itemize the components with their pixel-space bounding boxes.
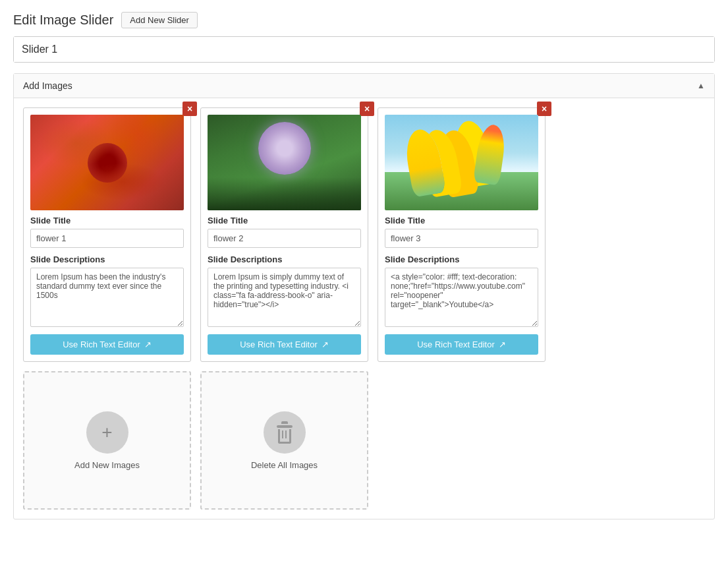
slide-delete-btn-2[interactable]: × xyxy=(360,102,374,116)
add-icon-circle: + xyxy=(86,411,128,454)
slide-delete-btn-3[interactable]: × xyxy=(537,102,551,116)
slide-title-label-2: Slide Title xyxy=(208,216,361,225)
slide-image-3 xyxy=(385,115,538,210)
add-images-header: Add Images ▲ xyxy=(14,74,714,98)
slide-desc-label-3: Slide Descriptions xyxy=(385,254,538,264)
slider-name-row xyxy=(13,36,715,63)
external-link-icon-1: ↗ xyxy=(144,340,152,349)
slide-title-input-3[interactable] xyxy=(385,229,538,248)
add-new-slider-button[interactable]: Add New Slider xyxy=(121,12,198,28)
slide-title-input-1[interactable] xyxy=(30,229,184,248)
slide-desc-textarea-2[interactable]: Lorem Ipsum is simply dummy text of the … xyxy=(208,268,361,327)
page-title: Edit Image Slider xyxy=(13,13,113,28)
slide-image-1 xyxy=(30,115,184,210)
slide-desc-textarea-1[interactable]: Lorem Ipsum has been the industry's stan… xyxy=(30,268,184,327)
slide-title-input-2[interactable] xyxy=(208,229,361,248)
slide-title-label-3: Slide Title xyxy=(385,216,538,225)
add-images-label: Add Images xyxy=(23,80,72,91)
rich-text-btn-1[interactable]: Use Rich Text Editor ↗ xyxy=(30,334,184,355)
trash-top xyxy=(277,425,293,428)
rich-text-label-2: Use Rich Text Editor xyxy=(240,340,318,349)
slide-delete-btn-1[interactable]: × xyxy=(182,102,197,116)
slide-image-2 xyxy=(208,115,361,210)
plus-icon: + xyxy=(101,422,112,443)
slide-card-3: × Slide Title Slide Descriptions <a styl… xyxy=(378,107,546,362)
collapse-icon[interactable]: ▲ xyxy=(697,81,705,90)
slides-area: × Slide Title Slide Descriptions Lorem I… xyxy=(14,98,714,519)
slide-title-label-1: Slide Title xyxy=(30,216,184,225)
delete-all-images-card[interactable]: Delete All Images xyxy=(200,371,368,510)
external-link-icon-2: ↗ xyxy=(322,340,329,349)
add-new-images-card[interactable]: + Add New Images xyxy=(23,371,191,510)
trash-icon xyxy=(277,421,293,444)
slide-desc-textarea-3[interactable]: <a style="color: #fff; text-decoration: … xyxy=(385,268,538,327)
slide-desc-label-2: Slide Descriptions xyxy=(208,254,361,264)
rich-text-btn-2[interactable]: Use Rich Text Editor ↗ xyxy=(208,334,361,355)
page-header: Edit Image Slider Add New Slider xyxy=(0,0,728,36)
add-images-panel: Add Images ▲ × Slide Title Slide Descrip… xyxy=(13,73,715,519)
trash-body xyxy=(278,429,291,444)
rich-text-btn-3[interactable]: Use Rich Text Editor ↗ xyxy=(385,334,538,355)
add-new-images-label: Add New Images xyxy=(74,460,140,470)
rich-text-label-3: Use Rich Text Editor xyxy=(417,340,495,349)
slide-card-2: × Slide Title Slide Descriptions Lorem I… xyxy=(200,107,368,362)
external-link-icon-3: ↗ xyxy=(499,340,506,349)
slide-desc-label-1: Slide Descriptions xyxy=(30,254,184,264)
trash-icon-circle xyxy=(264,411,306,454)
delete-all-images-label: Delete All Images xyxy=(251,460,318,470)
slider-name-input[interactable] xyxy=(14,37,714,62)
trash-handle xyxy=(281,421,288,424)
slide-card-1: × Slide Title Slide Descriptions Lorem I… xyxy=(23,107,191,362)
rich-text-label-1: Use Rich Text Editor xyxy=(63,340,140,349)
